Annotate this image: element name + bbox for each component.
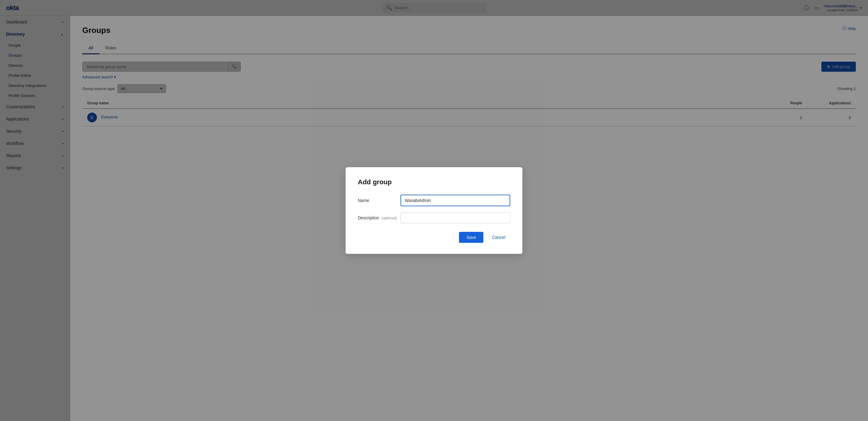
modal-save-button[interactable]: Save xyxy=(459,232,484,243)
modal-title: Add group xyxy=(358,178,510,186)
modal-description-row: Description (optional) xyxy=(358,212,510,223)
modal-actions: Save Cancel xyxy=(358,232,510,243)
add-group-modal: Add group Name Description (optional) Sa… xyxy=(346,167,522,254)
modal-description-input[interactable] xyxy=(401,212,510,223)
modal-name-label: Name xyxy=(358,198,401,203)
modal-name-row: Name xyxy=(358,195,510,206)
modal-name-input[interactable] xyxy=(401,195,510,206)
modal-overlay: Add group Name Description (optional) Sa… xyxy=(0,0,868,421)
modal-cancel-button[interactable]: Cancel xyxy=(487,232,510,243)
modal-description-label: Description (optional) xyxy=(358,215,401,220)
